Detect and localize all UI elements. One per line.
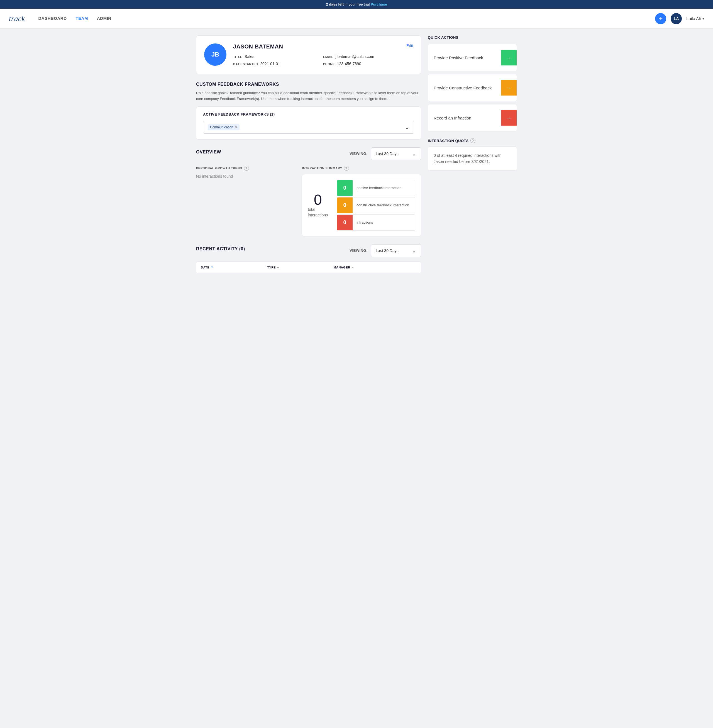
edit-link[interactable]: Edit [406,43,413,48]
profile-fields: TITLE Sales EMAIL j.bateman@culch.com DA… [233,54,413,66]
trial-banner: 2 days left in your free trial Purchase [0,0,713,9]
provide-constructive-feedback-button[interactable]: Provide Constructive Feedback → [428,74,517,101]
main-layout: JB JASON BATEMAN TITLE Sales EMAIL j.bat… [189,29,524,288]
nav-admin[interactable]: ADMIN [97,15,112,22]
profile-info: JASON BATEMAN TITLE Sales EMAIL j.batema… [233,43,413,66]
framework-tags: Communication × [208,124,240,130]
phone-value: 123-456-7890 [337,61,361,66]
frameworks-section: CUSTOM FEEDBACK FRAMEWORKS Role-specific… [196,82,421,140]
constructive-feedback-arrow-icon: → [501,80,517,95]
trial-text: 2 days left in your free trial Purchase [326,2,387,6]
framework-chevron-icon: ⌄ [405,124,409,131]
user-name-label: Laila Ali [686,16,701,21]
overview-panels: PERSONAL GROWTH TREND ? No interactions … [196,166,421,236]
profile-phone-field: PHONE 123-456-7890 [323,61,413,66]
nav-team[interactable]: TEAM [76,15,88,22]
positive-row: 0 postive feedback interaction [337,180,415,196]
constructive-label: constructive feedback interaction [353,200,413,210]
recent-period-label: Last 30 Days [376,248,398,253]
personal-growth-panel: PERSONAL GROWTH TREND ? No interactions … [196,166,295,236]
total-number: 0 [314,192,322,207]
personal-growth-help-icon[interactable]: ? [244,166,249,171]
quota-help-icon[interactable]: ? [470,138,476,143]
manager-sort-icon: ⌄ [352,266,354,269]
total-row: 0 total interactions 0 [308,180,415,231]
purchase-link[interactable]: Purchase [371,2,387,6]
recent-viewing-control: VIEWING: Last 30 Days ⌄ [349,244,421,257]
framework-select[interactable]: Communication × ⌄ [203,121,414,134]
tag-label: Communication [210,125,233,129]
tag-remove-icon[interactable]: × [235,125,237,130]
frameworks-heading: CUSTOM FEEDBACK FRAMEWORKS [196,82,421,87]
email-label: EMAIL [323,55,333,58]
total-label: total interactions [308,207,328,218]
interaction-summary-panel: INTERACTION SUMMARY ? 0 total interactio… [302,166,421,236]
date-started-value: 2021-01-01 [260,61,280,66]
constructive-feedback-label: Provide Constructive Feedback [428,85,501,90]
header: track DASHBOARD TEAM ADMIN + LA Laila Al… [0,9,713,29]
profile-card: JB JASON BATEMAN TITLE Sales EMAIL j.bat… [196,35,421,74]
email-value: j.bateman@culch.com [336,54,374,59]
date-sort-icon: ▼ [210,266,213,269]
recent-period-dropdown[interactable]: Last 30 Days ⌄ [371,244,421,257]
col-manager-header[interactable]: MANAGER ⌄ [333,266,416,269]
user-menu[interactable]: Laila Ali ▾ [686,16,704,21]
active-frameworks-title: ACTIVE FEEDBACK FRAMEWORKS (1) [203,112,414,116]
interaction-summary-help-icon[interactable]: ? [344,166,349,171]
col-date-header[interactable]: DATE ▼ [201,266,267,269]
interaction-summary-label: INTERACTION SUMMARY ? [302,166,421,171]
user-chevron-icon: ▾ [703,17,704,21]
overview-header: OVERVIEW VIEWING: Last 30 Days ⌄ [196,147,421,160]
viewing-label: VIEWING: [349,152,368,156]
personal-growth-label: PERSONAL GROWTH TREND ? [196,166,295,171]
header-right: + LA Laila Ali ▾ [655,13,704,24]
infractions-row: 0 infractions [337,215,415,231]
positive-badge: 0 [337,180,353,196]
interaction-rows: 0 postive feedback interaction 0 constru… [337,180,415,231]
title-label: TITLE [233,55,242,58]
avatar: LA [671,13,682,24]
profile-date-field: DATE STARTED 2021-01-01 [233,61,323,66]
recent-chevron-icon: ⌄ [412,247,416,254]
recent-activity-section: RECENT ACTIVITY (0) VIEWING: Last 30 Day… [196,244,421,273]
quick-actions-title: QUICK ACTIONS [428,35,517,40]
positive-label: postive feedback interaction [353,183,405,193]
overview-period-dropdown[interactable]: Last 30 Days ⌄ [371,147,421,160]
profile-title-field: TITLE Sales [233,54,323,59]
recent-viewing-label: VIEWING: [349,248,368,253]
overview-section: OVERVIEW VIEWING: Last 30 Days ⌄ PERSONA… [196,147,421,236]
recent-activity-heading: RECENT ACTIVITY (0) [196,246,245,252]
communication-tag: Communication × [208,124,240,130]
provide-positive-feedback-button[interactable]: Provide Positive Feedback → [428,44,517,71]
profile-avatar: JB [204,43,227,66]
infractions-label: infractions [353,218,377,227]
constructive-badge: 0 [337,197,353,213]
no-interactions-text: No interactions found [196,174,295,179]
col-type-header[interactable]: TYPE ⌄ [267,266,333,269]
title-value: Sales [245,54,254,59]
interaction-quota-title: INTERACTION QUOTA ? [428,138,517,143]
record-infraction-label: Record an Infraction [428,116,501,120]
interaction-card: 0 total interactions 0 [302,174,421,236]
main-nav: DASHBOARD TEAM ADMIN [39,15,655,22]
infractions-badge: 0 [337,215,353,230]
recent-header: RECENT ACTIVITY (0) VIEWING: Last 30 Day… [196,244,421,257]
frameworks-description: Role-specific goals? Tailored guidance? … [196,90,421,102]
date-started-label: DATE STARTED [233,63,258,66]
record-infraction-arrow-icon: → [501,110,517,125]
frameworks-card: ACTIVE FEEDBACK FRAMEWORKS (1) Communica… [196,106,421,140]
profile-email-field: EMAIL j.bateman@culch.com [323,54,413,59]
constructive-row: 0 constructive feedback interaction [337,197,415,213]
type-sort-icon: ⌄ [277,266,279,269]
add-button[interactable]: + [655,13,666,24]
nav-dashboard[interactable]: DASHBOARD [39,15,67,22]
quota-text: 0 of at least 4 required interactions wi… [434,152,511,165]
overview-heading: OVERVIEW [196,149,221,155]
quota-card: 0 of at least 4 required interactions wi… [428,146,517,171]
profile-name: JASON BATEMAN [233,43,413,50]
sidebar: QUICK ACTIONS Provide Positive Feedback … [428,35,517,171]
logo: track [9,14,25,23]
total-count: 0 total interactions [308,192,328,218]
record-infraction-button[interactable]: Record an Infraction → [428,104,517,131]
positive-feedback-arrow-icon: → [501,50,517,66]
